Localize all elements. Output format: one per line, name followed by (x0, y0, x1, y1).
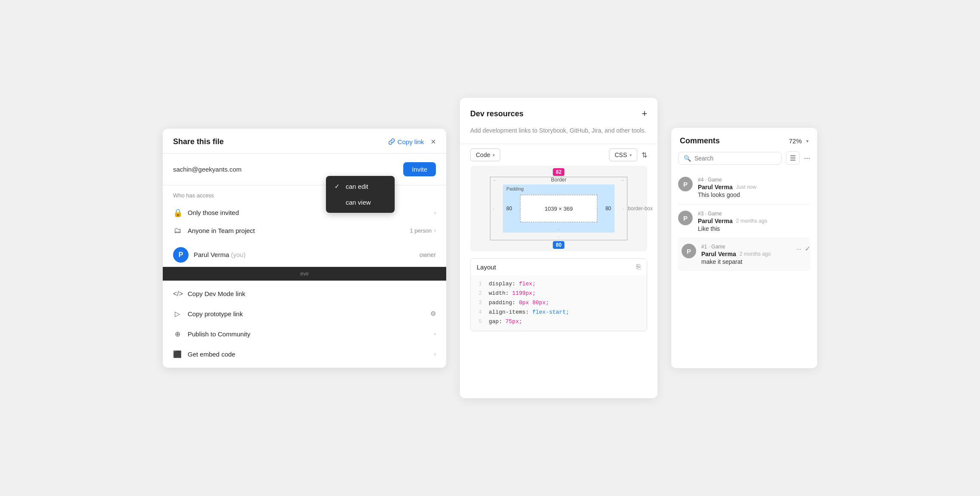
comment-body-3: #1 · Game Parul Verma 2 months ago make … (701, 244, 807, 265)
comment-text-2: Like this (698, 225, 810, 232)
border-label: Border (551, 177, 566, 183)
comment-resolve-button[interactable]: ✓ (805, 245, 810, 253)
filter-icon[interactable]: ⇅ (642, 151, 647, 159)
dark-divider: eve (163, 267, 446, 281)
person-count: 1 person (410, 227, 432, 234)
content-size-label: 1039 × 369 (545, 206, 572, 212)
comments-search-row: 🔍 ☰ ··· (671, 151, 817, 171)
comments-chevron-icon[interactable]: ▾ (806, 138, 809, 144)
can-edit-option[interactable]: ✓ can edit (326, 178, 395, 194)
get-embed-code-row[interactable]: ⬛ Get embed code › (163, 344, 446, 364)
gear-icon: ⚙ (430, 310, 436, 318)
comment-body-2: #3 · Game Parul Verma 2 months ago Like … (698, 211, 810, 232)
box-model-outer: 82 - Border - - - Padding 80 1039 × 369 (486, 174, 632, 243)
comments-more-icon[interactable]: ··· (804, 154, 810, 163)
folder-icon: 🗂 (173, 226, 183, 235)
dev-panel: Dev resources + Add development links to… (460, 98, 657, 398)
copy-layout-icon[interactable]: ⎘ (636, 263, 641, 271)
padding-label: Padding (506, 186, 523, 191)
css-dropdown-label: CSS (615, 151, 627, 158)
share-invite-row: ✓ can edit ✓ can view Invite (163, 154, 446, 185)
code-chevron-icon: ▾ (493, 153, 495, 157)
user-row: P Parul Verma (you) owner (163, 243, 446, 267)
comment-avatar-2: P (678, 211, 693, 225)
layout-header: Layout ⎘ (471, 259, 647, 275)
layout-title: Layout (477, 263, 496, 271)
close-button[interactable]: × (431, 137, 436, 146)
copy-prototype-link-row[interactable]: ▷ Copy prototype link ⚙ (163, 304, 446, 324)
comment-author-2: Parul Verma (698, 218, 733, 224)
comments-header: Comments 72% ▾ (671, 128, 817, 151)
get-embed-label: Get embed code (188, 351, 235, 358)
chevron-right-icon-3: › (434, 331, 436, 337)
who-has-access-section: Who has access 🔒 Only those invited › 🗂 … (163, 185, 446, 243)
can-edit-label: can edit (346, 183, 368, 190)
share-header-actions: Copy link × (388, 137, 436, 146)
code-line-1: 1 display: flex; (477, 279, 641, 289)
code-dropdown-label: Code (476, 151, 490, 158)
lock-icon: 🔒 (173, 208, 183, 218)
can-view-option[interactable]: ✓ can view (326, 194, 395, 210)
border-box-label: border-box (628, 206, 653, 212)
content-box: 1039 × 369 (520, 195, 597, 222)
top-spacing-label: 82 (553, 168, 564, 176)
comment-time-2: 2 months ago (736, 218, 767, 224)
comments-list: P #4 · Game Parul Verma Just now This lo… (671, 171, 817, 368)
comment-item-4: P #4 · Game Parul Verma Just now This lo… (678, 171, 810, 205)
copy-prototype-label: Copy prototype link (188, 310, 243, 318)
comment-more-button[interactable]: ··· (796, 245, 801, 252)
comment-thread-1: #4 · Game (698, 177, 810, 183)
team-project-label: Anyone in Team project (188, 227, 255, 234)
comments-filter-icon[interactable]: ☰ (786, 151, 800, 165)
bottom-spacing-label: 80 (553, 241, 564, 249)
who-access-label: Who has access (173, 192, 436, 199)
only-invited-row[interactable]: 🔒 Only those invited › (173, 204, 436, 222)
copy-link-button[interactable]: Copy link (388, 138, 424, 145)
can-view-label: can view (346, 199, 371, 206)
email-input[interactable] (173, 166, 398, 173)
comments-search-box: 🔍 (678, 152, 782, 165)
dev-description: Add development links to Storybook, GitH… (460, 126, 657, 144)
invite-button[interactable]: Invite (403, 162, 436, 176)
permission-dropdown: ✓ can edit ✓ can view (326, 176, 395, 213)
user-role: owner (420, 251, 436, 258)
user-name: Parul Verma (you) (194, 251, 246, 258)
only-invited-label: Only those invited (188, 209, 239, 216)
comment-actions: ··· ✓ (796, 245, 810, 253)
css-dropdown-button[interactable]: CSS ▾ (609, 148, 637, 161)
divider-text: eve (300, 271, 308, 277)
comment-text-3: make it separat (701, 258, 807, 265)
code-block: 1 display: flex; 2 width: 1199px; 3 padd… (471, 275, 647, 331)
comment-thread-3: #1 · Game (701, 244, 807, 250)
comment-time-3: 2 months ago (740, 251, 771, 257)
dev-toolbar: Code ▾ CSS ▾ ⇅ (460, 144, 657, 166)
share-title: Share this file (173, 137, 224, 146)
padding-bottom-dash: - (558, 226, 560, 231)
comments-panel: Comments 72% ▾ 🔍 ☰ ··· P #4 · Game Parul… (671, 128, 817, 368)
comment-text-1: This looks good (698, 191, 810, 198)
share-options: </> Copy Dev Mode link ▷ Copy prototype … (163, 281, 446, 368)
team-project-row[interactable]: 🗂 Anyone in Team project 1 person › (173, 222, 436, 239)
box-model-area: 82 - Border - - - Padding 80 1039 × 369 (470, 166, 647, 251)
code-line-5: 5 gap: 75px; (477, 317, 641, 327)
add-resource-button[interactable]: + (642, 108, 647, 119)
chevron-right-icon: › (434, 210, 436, 216)
search-icon: 🔍 (684, 155, 691, 162)
publish-community-row[interactable]: ⊕ Publish to Community › (163, 324, 446, 344)
comments-title: Comments (680, 136, 720, 145)
comments-search-input[interactable] (694, 155, 776, 162)
embed-icon: ⬛ (173, 350, 182, 358)
layout-section: Layout ⎘ 1 display: flex; 2 width: 1199p… (470, 258, 647, 331)
dash-right: - (622, 177, 624, 182)
check-icon: ✓ (335, 183, 341, 190)
border-dash-left: - (493, 206, 495, 211)
chevron-right-icon-4: › (434, 351, 436, 357)
comment-avatar-1: P (678, 177, 693, 191)
copy-dev-mode-link-row[interactable]: </> Copy Dev Mode link (163, 284, 446, 304)
comment-time-1: Just now (736, 184, 756, 190)
share-panel: Share this file Copy link × ✓ can edit ✓… (163, 129, 446, 368)
comment-item-1: P #1 · Game Parul Verma 2 months ago mak… (678, 239, 810, 271)
comment-thread-2: #3 · Game (698, 211, 810, 217)
code-dropdown-button[interactable]: Code ▾ (470, 148, 500, 161)
comment-author-3: Parul Verma (701, 251, 736, 257)
